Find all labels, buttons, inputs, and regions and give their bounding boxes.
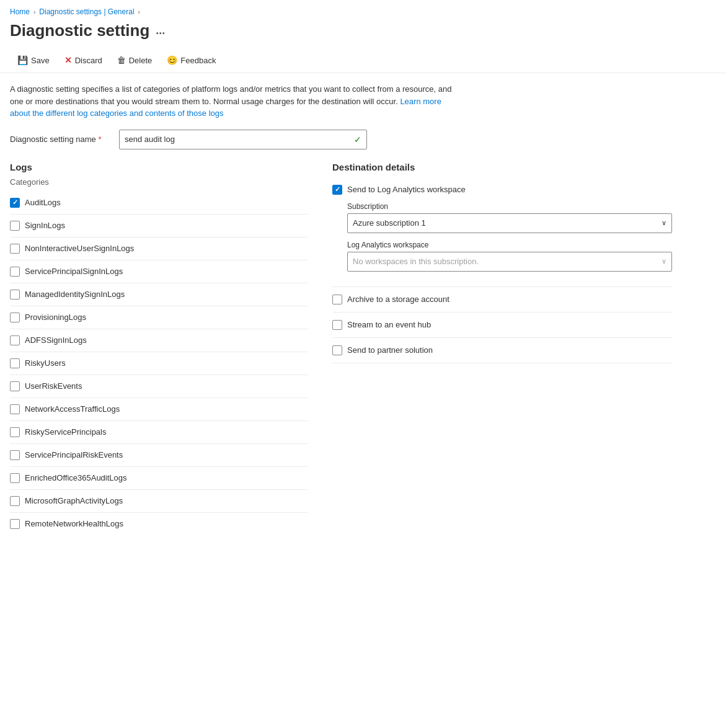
subscription-field-group: Subscription Azure subscription 1 ∨ <box>347 202 672 233</box>
save-button[interactable]: 💾 Save <box>10 51 57 69</box>
discard-button[interactable]: ✕ Discard <box>57 51 110 69</box>
workspace-select[interactable]: No workspaces in this subscription. ∨ <box>347 252 672 272</box>
risky-service-principals-checkbox[interactable] <box>10 427 20 437</box>
breadcrumb: Home › Diagnostic settings | General › <box>0 0 726 19</box>
adfs-signin-label: ADFSSignInLogs <box>25 335 87 345</box>
noninteractive-signin-checkbox[interactable] <box>10 244 20 254</box>
setting-name-row: Diagnostic setting name * ✓ <box>10 130 672 149</box>
network-access-traffic-label: NetworkAccessTrafficLogs <box>25 404 120 414</box>
log-item-enriched-office365[interactable]: EnrichedOffice365AuditLogs <box>10 467 308 490</box>
subscription-chevron-icon: ∨ <box>662 219 666 227</box>
enriched-office365-checkbox[interactable] <box>10 473 20 483</box>
log-item-network-access-traffic[interactable]: NetworkAccessTrafficLogs <box>10 398 308 421</box>
log-analytics-checkbox[interactable] <box>332 185 342 195</box>
user-risk-events-checkbox[interactable] <box>10 381 20 391</box>
network-access-traffic-checkbox[interactable] <box>10 404 20 414</box>
delete-label: Delete <box>129 56 153 65</box>
log-item-service-principal-signin[interactable]: ServicePrincipalSignInLogs <box>10 260 308 283</box>
event-hub-checkbox[interactable] <box>332 320 342 330</box>
signin-logs-checkbox[interactable] <box>10 221 20 231</box>
page-title: Diagnostic setting <box>10 21 149 40</box>
log-item-remote-network-health[interactable]: RemoteNetworkHealthLogs <box>10 513 308 535</box>
description-text: A diagnostic setting specifies a list of… <box>10 83 456 120</box>
page-title-container: Diagnostic setting ... <box>0 19 726 48</box>
partner-solution-row[interactable]: Send to partner solution <box>332 338 672 363</box>
storage-account-label: Archive to a storage account <box>347 295 449 304</box>
log-analytics-sub-fields: Subscription Azure subscription 1 ∨ Log … <box>332 197 672 287</box>
event-hub-row[interactable]: Stream to an event hub <box>332 313 672 338</box>
breadcrumb-home[interactable]: Home <box>10 7 30 16</box>
signin-logs-label: SignInLogs <box>25 221 65 230</box>
service-principal-signin-checkbox[interactable] <box>10 267 20 277</box>
setting-name-input-container: ✓ <box>119 130 367 149</box>
setting-name-label: Diagnostic setting name * <box>10 135 109 144</box>
storage-account-row[interactable]: Archive to a storage account <box>332 287 672 313</box>
managed-identity-signin-checkbox[interactable] <box>10 290 20 300</box>
managed-identity-signin-label: ManagedIdentitySignInLogs <box>25 290 125 299</box>
log-analytics-row[interactable]: Send to Log Analytics workspace <box>332 177 672 197</box>
workspace-field-group: Log Analytics workspace No workspaces in… <box>347 241 672 272</box>
setting-name-input[interactable] <box>125 135 354 144</box>
risky-service-principals-label: RiskyServicePrincipals <box>25 427 106 437</box>
log-item-provisioning-logs[interactable]: ProvisioningLogs <box>10 306 308 329</box>
log-item-noninteractive-signin[interactable]: NonInteractiveUserSignInLogs <box>10 237 308 260</box>
provisioning-logs-checkbox[interactable] <box>10 313 20 322</box>
log-item-risky-users[interactable]: RiskyUsers <box>10 352 308 375</box>
workspace-chevron-icon: ∨ <box>662 257 666 265</box>
logs-section-title: Logs <box>10 162 308 172</box>
provisioning-logs-label: ProvisioningLogs <box>25 313 86 322</box>
save-icon: 💾 <box>17 55 28 65</box>
audit-logs-label: AuditLogs <box>25 198 61 207</box>
log-analytics-label: Send to Log Analytics workspace <box>347 185 466 194</box>
log-item-risky-service-principals[interactable]: RiskyServicePrincipals <box>10 421 308 444</box>
subscription-select[interactable]: Azure subscription 1 ∨ <box>347 213 672 233</box>
remote-network-health-checkbox[interactable] <box>10 519 20 529</box>
description-main: A diagnostic setting specifies a list of… <box>10 84 451 106</box>
delete-button[interactable]: 🗑 Delete <box>110 51 160 69</box>
log-item-ms-graph-activity[interactable]: MicrosoftGraphActivityLogs <box>10 490 308 513</box>
discard-icon: ✕ <box>64 55 72 65</box>
subscription-label: Subscription <box>347 202 672 211</box>
risky-users-checkbox[interactable] <box>10 358 20 368</box>
breadcrumb-diagnostic-settings[interactable]: Diagnostic settings | General <box>39 7 134 16</box>
feedback-icon: 😊 <box>167 55 177 65</box>
destination-section-title: Destination details <box>332 162 672 172</box>
service-principal-signin-label: ServicePrincipalSignInLogs <box>25 267 123 276</box>
save-label: Save <box>31 56 50 65</box>
service-principal-risk-events-checkbox[interactable] <box>10 450 20 460</box>
storage-account-checkbox[interactable] <box>332 295 342 304</box>
partner-solution-checkbox[interactable] <box>332 345 342 355</box>
delete-icon: 🗑 <box>117 55 126 65</box>
validation-check-icon: ✓ <box>354 135 361 144</box>
audit-logs-checkbox[interactable] <box>10 198 20 208</box>
breadcrumb-sep-1: › <box>33 9 35 16</box>
logs-categories-label: Categories <box>10 177 308 187</box>
log-item-signin-logs[interactable]: SignInLogs <box>10 215 308 237</box>
adfs-signin-checkbox[interactable] <box>10 335 20 345</box>
subscription-value: Azure subscription 1 <box>353 218 426 228</box>
log-item-managed-identity-signin[interactable]: ManagedIdentitySignInLogs <box>10 283 308 306</box>
toolbar: 💾 Save ✕ Discard 🗑 Delete 😊 Feedback <box>0 48 726 73</box>
service-principal-risk-events-label: ServicePrincipalRiskEvents <box>25 450 123 459</box>
main-columns: Logs Categories AuditLogs SignInLogs Non… <box>10 162 672 535</box>
partner-solution-label: Send to partner solution <box>347 345 433 355</box>
more-options-button[interactable]: ... <box>156 24 165 37</box>
discard-label: Discard <box>75 56 102 65</box>
noninteractive-signin-label: NonInteractiveUserSignInLogs <box>25 244 134 253</box>
risky-users-label: RiskyUsers <box>25 358 66 368</box>
workspace-label: Log Analytics workspace <box>347 241 672 249</box>
log-analytics-option: Send to Log Analytics workspace Subscrip… <box>332 177 672 287</box>
feedback-label: Feedback <box>180 56 216 65</box>
destination-section: Destination details Send to Log Analytic… <box>332 162 672 535</box>
enriched-office365-label: EnrichedOffice365AuditLogs <box>25 473 127 482</box>
remote-network-health-label: RemoteNetworkHealthLogs <box>25 519 123 528</box>
logs-section: Logs Categories AuditLogs SignInLogs Non… <box>10 162 308 535</box>
log-item-service-principal-risk-events[interactable]: ServicePrincipalRiskEvents <box>10 444 308 467</box>
workspace-value: No workspaces in this subscription. <box>353 257 479 266</box>
feedback-button[interactable]: 😊 Feedback <box>159 51 223 69</box>
log-item-audit-logs[interactable]: AuditLogs <box>10 192 308 215</box>
log-item-adfs-signin[interactable]: ADFSSignInLogs <box>10 329 308 352</box>
user-risk-events-label: UserRiskEvents <box>25 381 82 391</box>
ms-graph-activity-checkbox[interactable] <box>10 496 20 506</box>
log-item-user-risk-events[interactable]: UserRiskEvents <box>10 375 308 398</box>
